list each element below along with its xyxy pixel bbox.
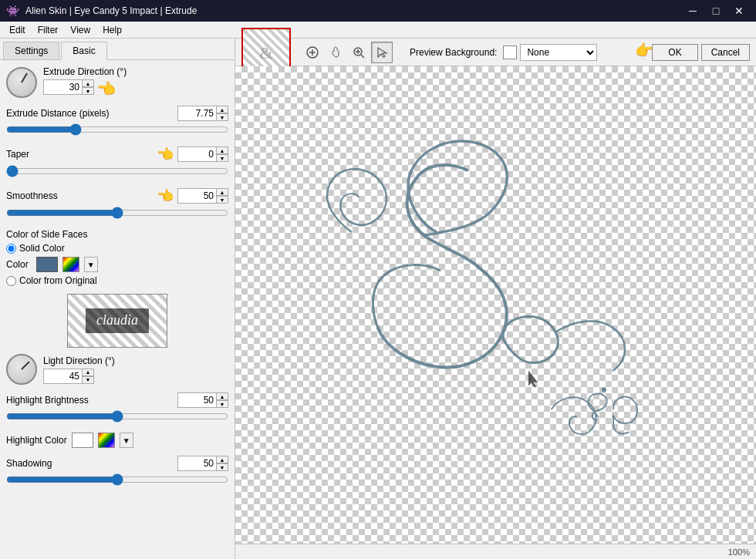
solid-color-radio-row: Solid Color: [6, 243, 228, 254]
extrude-distance-row: Extrude Distance (pixels) 7.75 ▲ ▼: [6, 106, 228, 138]
highlight-color-dropdown[interactable]: ▼: [120, 433, 133, 448]
left-panel: Settings Basic Extrude Direction (°) 30: [0, 39, 235, 559]
taper-row: Taper 👉 0 ▲ ▼: [6, 146, 228, 180]
taper-down[interactable]: ▼: [216, 154, 228, 162]
hand-tool-icon[interactable]: [325, 42, 346, 63]
highlight-brightness-label: Highlight Brightness: [6, 395, 89, 406]
controls-area: Extrude Direction (°) 30 ▲ ▼ 👉: [0, 60, 235, 559]
preview-thumb-text: claudia: [86, 308, 149, 333]
taper-label: Taper: [6, 149, 29, 160]
extrude-direction-row: Extrude Direction (°) 30 ▲ ▼ 👉: [6, 66, 228, 98]
extrude-direction-label: Extrude Direction (°): [43, 66, 228, 77]
artwork-svg: [235, 66, 756, 544]
zoom-reset-icon[interactable]: [302, 42, 323, 63]
arrow-tool-icon[interactable]: [371, 42, 393, 63]
preview-bg-label: Preview Background:: [410, 47, 497, 58]
light-direction-label: Light Direction (°): [43, 355, 228, 366]
taper-slider[interactable]: [6, 165, 228, 177]
extrude-direction-dial[interactable]: [6, 67, 37, 98]
menu-view[interactable]: View: [64, 22, 96, 39]
color-label-text: Color: [6, 259, 29, 270]
solid-color-label: Solid Color: [19, 243, 65, 254]
smoothness-slider[interactable]: [6, 207, 228, 219]
extrude-direction-down[interactable]: ▼: [82, 87, 94, 95]
right-area: &: [235, 39, 756, 559]
solid-color-radio[interactable]: [6, 244, 16, 254]
color-picker-button[interactable]: [62, 257, 79, 272]
minimize-button[interactable]: ─: [682, 0, 704, 22]
cancel-button[interactable]: Cancel: [701, 44, 750, 61]
taper-input[interactable]: 0: [177, 146, 216, 162]
titlebar-title: Alien Skin | Eye Candy 5 Impact | Extrud…: [25, 5, 197, 16]
smoothness-label: Smoothness: [6, 190, 58, 201]
extrude-direction-up[interactable]: ▲: [82, 79, 94, 87]
svg-line-5: [361, 55, 364, 58]
cursor-indicator: [528, 371, 538, 388]
main-area: Settings Basic Extrude Direction (°) 30: [0, 39, 756, 559]
highlight-color-picker[interactable]: [98, 433, 115, 448]
taper-up[interactable]: ▲: [216, 146, 228, 154]
ok-button[interactable]: OK: [652, 44, 697, 61]
highlight-brightness-up[interactable]: ▲: [216, 392, 228, 400]
highlight-color-label: Highlight Color: [6, 435, 67, 446]
smoothness-down[interactable]: ▼: [216, 196, 228, 204]
extrude-direction-input[interactable]: 30: [43, 79, 82, 95]
titlebar-controls: ─ □ ✕: [682, 0, 750, 22]
highlight-brightness-down[interactable]: ▼: [216, 400, 228, 408]
extrude-distance-down[interactable]: ▼: [216, 113, 228, 121]
smoothness-up[interactable]: ▲: [216, 188, 228, 196]
light-direction-down[interactable]: ▼: [82, 376, 94, 384]
titlebar: 👾 Alien Skin | Eye Candy 5 Impact | Extr…: [0, 0, 756, 22]
light-direction-row: Light Direction (°) 45 ▲ ▼: [6, 354, 228, 385]
canvas-area[interactable]: [235, 66, 756, 544]
color-side-faces-row: Color of Side Faces Solid Color Color ▼ …: [6, 229, 228, 286]
color-from-original-row: Color from Original: [6, 275, 228, 286]
tab-settings[interactable]: Settings: [3, 42, 59, 59]
color-dropdown-button[interactable]: ▼: [84, 257, 98, 272]
extrude-distance-up[interactable]: ▲: [216, 106, 228, 113]
svg-text:&: &: [259, 43, 272, 62]
shadowing-down[interactable]: ▼: [216, 463, 228, 471]
color-swatch[interactable]: [36, 257, 58, 272]
light-direction-up[interactable]: ▲: [82, 369, 94, 376]
svg-point-8: [602, 388, 606, 392]
shadowing-input[interactable]: 50: [177, 456, 216, 471]
statusbar: 100%: [235, 544, 756, 559]
extrude-distance-input[interactable]: 7.75: [177, 106, 216, 121]
left-panel-preview: claudia: [67, 294, 167, 348]
shadowing-row: Shadowing 50 ▲ ▼: [6, 456, 228, 488]
close-button[interactable]: ✕: [728, 0, 750, 22]
highlight-brightness-input[interactable]: 50: [177, 392, 216, 408]
highlight-brightness-slider[interactable]: [6, 410, 228, 423]
preview-bg-swatch: [503, 45, 517, 59]
light-direction-input[interactable]: 45: [43, 369, 82, 384]
highlight-brightness-row: Highlight Brightness 50 ▲ ▼: [6, 392, 228, 425]
toolbar-icons: [295, 40, 399, 65]
zoom-in-icon[interactable]: [348, 42, 370, 63]
menu-edit[interactable]: Edit: [3, 22, 32, 39]
light-direction-dial[interactable]: [6, 354, 37, 385]
smoothness-input[interactable]: 50: [177, 188, 216, 204]
zoom-level: 100%: [728, 547, 750, 557]
shadowing-slider[interactable]: [6, 473, 228, 486]
color-picker-row: Color ▼: [6, 257, 228, 272]
shadowing-up[interactable]: ▲: [216, 456, 228, 463]
tab-bar: Settings Basic: [0, 39, 235, 60]
highlight-color-row: Highlight Color ▼: [6, 433, 228, 448]
maximize-button[interactable]: □: [705, 0, 727, 22]
app-icon: 👾: [6, 5, 19, 17]
color-from-original-label: Color from Original: [19, 275, 97, 286]
highlight-color-swatch[interactable]: [72, 433, 93, 448]
color-from-original-radio[interactable]: [6, 276, 16, 286]
titlebar-left: 👾 Alien Skin | Eye Candy 5 Impact | Extr…: [6, 5, 197, 17]
ok-cancel-buttons: 👉 OK Cancel: [652, 44, 750, 61]
menu-filter[interactable]: Filter: [32, 22, 65, 39]
tab-basic[interactable]: Basic: [61, 42, 106, 60]
shadowing-label: Shadowing: [6, 458, 52, 469]
extrude-distance-slider[interactable]: [6, 123, 228, 136]
menu-help[interactable]: Help: [96, 22, 128, 39]
extrude-distance-label: Extrude Distance (pixels): [6, 108, 109, 119]
smoothness-row: Smoothness 👉 50 ▲ ▼: [6, 187, 228, 221]
color-side-label: Color of Side Faces: [6, 229, 228, 240]
preview-bg-select[interactable]: None Black White Checkered: [520, 44, 597, 61]
